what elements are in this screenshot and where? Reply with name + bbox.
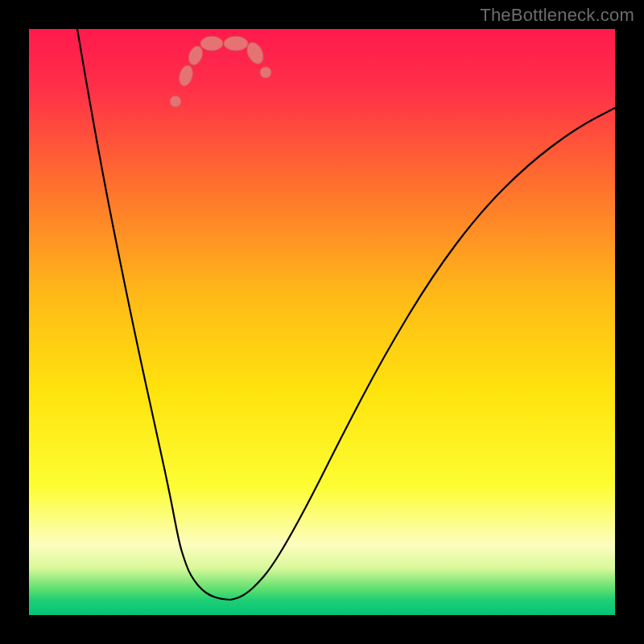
marker-3 <box>200 36 223 51</box>
watermark-text: TheBottleneck.com <box>480 5 634 26</box>
marker-4 <box>224 36 248 51</box>
threshold-markers <box>170 36 271 107</box>
curve-left-branch <box>77 29 230 600</box>
marker-1 <box>177 64 195 87</box>
curve-right-branch <box>230 108 615 600</box>
plot-area <box>29 29 615 615</box>
bottleneck-curve <box>77 29 615 600</box>
marker-6 <box>260 67 271 78</box>
chart-frame: TheBottleneck.com <box>0 0 644 644</box>
curve-layer <box>29 29 615 615</box>
marker-0 <box>170 96 181 107</box>
